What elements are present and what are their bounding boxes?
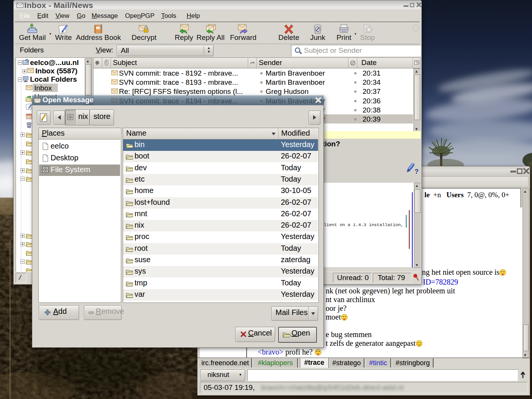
svg-text:?: ?	[415, 168, 418, 175]
